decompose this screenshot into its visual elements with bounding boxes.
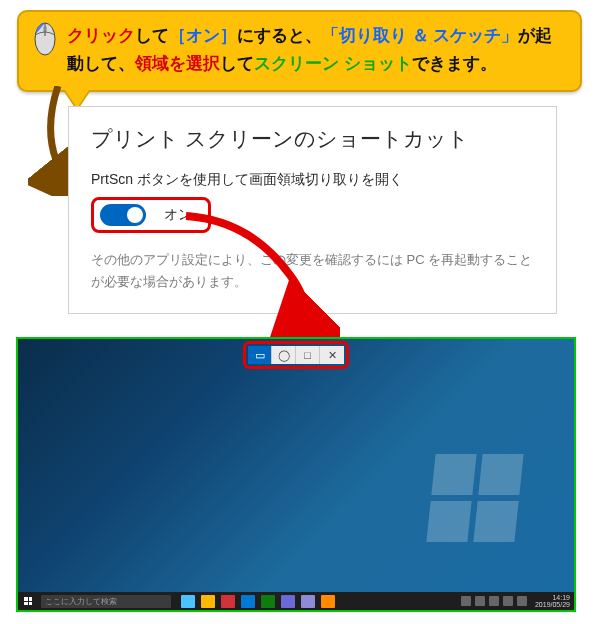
taskbar-pinned-app-0[interactable]	[181, 595, 195, 608]
instruction-callout: クリックして［オン］にすると、「切り取り ＆ スケッチ」が起動して、領域を選択し…	[17, 10, 582, 92]
instruction-text: クリックして［オン］にすると、「切り取り ＆ スケッチ」が起動して、領域を選択し…	[67, 26, 552, 73]
desktop-screenshot: ▭◯□✕ ここに入力して検索 14:19 2019/05/29	[16, 337, 576, 612]
tray-icon-3[interactable]	[503, 596, 513, 606]
windows-logo-icon	[426, 454, 523, 542]
taskbar-search-input[interactable]: ここに入力して検索	[41, 595, 171, 608]
taskbar-pinned-app-1[interactable]	[201, 595, 215, 608]
settings-panel: プリント スクリーンのショートカット PrtScn ボタンを使用して画面領域切り…	[68, 106, 557, 314]
taskbar-pinned-app-7[interactable]	[321, 595, 335, 608]
start-button[interactable]	[18, 597, 38, 605]
tray-icon-1[interactable]	[475, 596, 485, 606]
tray-icon-0[interactable]	[461, 596, 471, 606]
taskbar-pinned-app-4[interactable]	[261, 595, 275, 608]
taskbar-tray	[461, 596, 527, 606]
snip-sketch-toolbar: ▭◯□✕	[248, 346, 344, 364]
snip-mode-button-0[interactable]: ▭	[248, 346, 272, 364]
snip-toolbar-highlight: ▭◯□✕	[243, 341, 349, 369]
taskbar: ここに入力して検索 14:19 2019/05/29	[18, 592, 574, 610]
snip-mode-button-1[interactable]: ◯	[272, 346, 296, 364]
snip-close-button[interactable]: ✕	[320, 346, 344, 364]
settings-heading: プリント スクリーンのショートカット	[91, 125, 534, 153]
toggle-highlight: オン	[91, 197, 211, 233]
prtscn-toggle[interactable]	[100, 204, 146, 226]
taskbar-clock[interactable]: 14:19 2019/05/29	[531, 594, 574, 608]
clock-date: 2019/05/29	[535, 601, 570, 608]
taskbar-pinned-app-5[interactable]	[281, 595, 295, 608]
clock-time: 14:19	[535, 594, 570, 601]
windows-start-icon	[24, 597, 32, 605]
mouse-icon	[33, 22, 57, 56]
tray-icon-2[interactable]	[489, 596, 499, 606]
taskbar-pinned-app-3[interactable]	[241, 595, 255, 608]
settings-note: その他のアプリ設定により、この変更を確認するには PC を再起動することが必要な…	[91, 249, 534, 293]
snip-mode-button-2[interactable]: □	[296, 346, 320, 364]
toggle-state-label: オン	[164, 206, 192, 224]
taskbar-pinned-app-2[interactable]	[221, 595, 235, 608]
settings-subtitle: PrtScn ボタンを使用して画面領域切り取りを開く	[91, 171, 534, 189]
taskbar-pinned-app-6[interactable]	[301, 595, 315, 608]
taskbar-pinned-apps	[181, 595, 461, 608]
tray-icon-4[interactable]	[517, 596, 527, 606]
